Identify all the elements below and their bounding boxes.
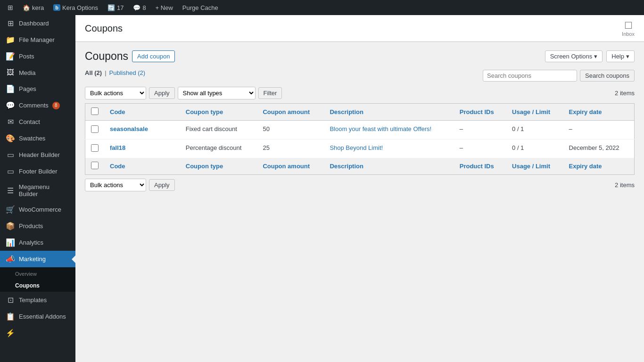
sidebar-item-woocommerce-label: WooCommerce	[19, 206, 61, 213]
search-coupons-button[interactable]: Search coupons	[580, 70, 635, 82]
search-coupons-input[interactable]	[483, 70, 577, 82]
footer-code[interactable]: Code	[104, 158, 180, 175]
row-code: seasonalsale	[104, 120, 180, 139]
header-description[interactable]: Description	[324, 103, 454, 120]
pages-icon: 📄	[6, 84, 15, 93]
adminbar-new[interactable]: + New	[152, 0, 177, 15]
page-header: Coupons ☐ Inbox	[75, 15, 644, 42]
header-product-ids[interactable]: Product IDs	[454, 103, 506, 120]
footer-expiry-date[interactable]: Expiry date	[563, 158, 635, 175]
sidebar-item-posts[interactable]: 📝 Posts	[0, 48, 75, 65]
marketing-icon: 📣	[6, 255, 15, 263]
sidebar-item-comments-label: Comments	[19, 102, 49, 109]
row-select-checkbox[interactable]	[91, 144, 99, 152]
footer-description[interactable]: Description	[324, 158, 454, 175]
sidebar-item-elementor[interactable]: ⊡ Templates	[0, 292, 75, 308]
inbox-label: Inbox	[622, 31, 635, 37]
screen-options-chevron: ▾	[594, 53, 597, 60]
screen-options-button[interactable]: Screen Options ▾	[545, 50, 603, 62]
sidebar-item-footer-builder[interactable]: ▭ Footer Builder	[0, 163, 75, 180]
bulk-actions-top-select[interactable]: Bulk actions Edit Move to Trash	[85, 87, 146, 99]
header-coupon-amount[interactable]: Coupon amount	[257, 103, 324, 120]
coupon-code-link[interactable]: seasonalsale	[110, 125, 148, 132]
sidebar-item-media[interactable]: 🖼 Media	[0, 65, 75, 81]
footer-product-ids[interactable]: Product IDs	[454, 158, 506, 175]
row-select-checkbox[interactable]	[91, 125, 99, 133]
adminbar-comments[interactable]: 💬 8	[129, 0, 149, 15]
sidebar-item-marketing[interactable]: 📣 Marketing	[0, 251, 75, 267]
sidebar-item-woocommerce[interactable]: 🛒 WooCommerce	[0, 201, 75, 218]
table-header-row: Code Coupon type Coupon amount Descripti…	[85, 103, 635, 120]
apply-bottom-button[interactable]: Apply	[149, 179, 175, 191]
help-button[interactable]: Help ▾	[606, 50, 635, 62]
row-description: Shop Beyond Limit!	[324, 139, 454, 158]
row-code: fall18	[104, 139, 180, 158]
filter-all[interactable]: All (2)	[85, 69, 102, 76]
contact-icon: ✉	[6, 117, 15, 126]
header-usage-limit[interactable]: Usage / Limit	[506, 103, 563, 120]
coupon-code-link[interactable]: fall18	[110, 144, 125, 151]
main-content: Coupons ☐ Inbox Coupons Add coupon Scree…	[75, 15, 644, 362]
filter-sep: |	[105, 69, 106, 76]
apply-top-button[interactable]: Apply	[149, 87, 175, 99]
comments-icon: 💬	[133, 4, 140, 11]
adminbar-purge-cache[interactable]: Purge Cache	[179, 0, 222, 15]
adminbar-wp-logo[interactable]: ⊞	[4, 0, 17, 15]
inbox-button[interactable]: ☐ Inbox	[622, 20, 635, 37]
dashboard-icon: ⊞	[6, 19, 15, 28]
sidebar-item-contact[interactable]: ✉ Contact	[0, 114, 75, 130]
sidebar-item-essential-addons[interactable]: ⚡	[0, 325, 75, 341]
page-title-left: Coupons Add coupon	[85, 49, 175, 64]
row-coupon-amount: 50	[257, 120, 324, 139]
posts-icon: 📝	[6, 52, 15, 61]
page-title-row: Coupons Add coupon Screen Options ▾ Help…	[85, 49, 635, 64]
sidebar-item-swatches[interactable]: 🎨 Swatches	[0, 130, 75, 147]
footer-coupon-type[interactable]: Coupon type	[180, 158, 257, 175]
sidebar-item-comments[interactable]: 💬 Comments 8	[0, 97, 75, 114]
bottom-table-controls: Bulk actions Edit Move to Trash Apply 2 …	[85, 179, 635, 191]
filter-published[interactable]: Published (2)	[109, 69, 146, 76]
row-usage-limit: 0 / 1	[506, 120, 563, 139]
top-table-controls-right: 2 items	[615, 90, 635, 97]
sidebar-item-marketing-label: Marketing	[19, 255, 46, 263]
row-usage-limit: 0 / 1	[506, 139, 563, 158]
submenu-coupons[interactable]: Coupons	[0, 280, 75, 292]
adminbar-site-name[interactable]: 🏠 kera	[19, 0, 48, 15]
sidebar-item-footer-builder-label: Footer Builder	[19, 168, 58, 175]
bulk-actions-bottom-select[interactable]: Bulk actions Edit Move to Trash	[85, 179, 146, 191]
type-filter-select[interactable]: Show all types Percentage discount Fixed…	[178, 87, 256, 99]
table-footer-row: Code Coupon type Coupon amount Descripti…	[85, 158, 635, 175]
sidebar-item-products[interactable]: 📦 Products	[0, 218, 75, 234]
sidebar-item-file-manager-label: File Manager	[19, 36, 55, 43]
add-coupon-button[interactable]: Add coupon	[132, 50, 175, 62]
header-code[interactable]: Code	[104, 103, 180, 120]
sidebar-item-file-manager[interactable]: 📁 File Manager	[0, 32, 75, 48]
sidebar-item-analytics[interactable]: 📊 Analytics	[0, 234, 75, 251]
filter-button[interactable]: Filter	[258, 87, 282, 99]
sidebar-item-dashboard[interactable]: ⊞ Dashboard	[0, 15, 75, 32]
sidebar-item-header-builder[interactable]: ▭ Header Builder	[0, 147, 75, 163]
filter-search-row: All (2) | Published (2) Search coupons	[85, 69, 635, 82]
footer-coupon-amount[interactable]: Coupon amount	[257, 158, 324, 175]
screen-options-label: Screen Options	[550, 53, 593, 60]
sidebar-item-templates[interactable]: 📋 Essential Addons	[0, 308, 75, 325]
select-all-checkbox-top[interactable]	[91, 107, 99, 115]
footer-checkbox-col	[85, 158, 105, 175]
top-table-controls-left: Bulk actions Edit Move to Trash Apply Sh…	[85, 87, 282, 99]
comments-menu-icon: 💬	[6, 101, 15, 110]
sidebar-item-products-label: Products	[19, 222, 43, 230]
header-checkbox-col	[85, 103, 105, 120]
header-coupon-type[interactable]: Coupon type	[180, 103, 257, 120]
adminbar-b-plugin[interactable]: b Kera Options	[50, 0, 102, 15]
adminbar-updates[interactable]: 🔄 17	[104, 0, 127, 15]
sidebar-item-megamenu-builder[interactable]: ☰ Megamenu Builder	[0, 180, 75, 201]
items-count-bottom: 2 items	[615, 181, 635, 189]
row-product-ids: –	[454, 139, 506, 158]
search-row: Search coupons	[483, 70, 635, 82]
footer-usage-limit[interactable]: Usage / Limit	[506, 158, 563, 175]
header-expiry-date[interactable]: Expiry date	[563, 103, 635, 120]
page-title: Coupons	[85, 49, 128, 64]
sidebar-item-pages[interactable]: 📄 Pages	[0, 81, 75, 97]
select-all-checkbox-bottom[interactable]	[91, 162, 99, 169]
wp-logo-icon: ⊞	[8, 4, 13, 11]
